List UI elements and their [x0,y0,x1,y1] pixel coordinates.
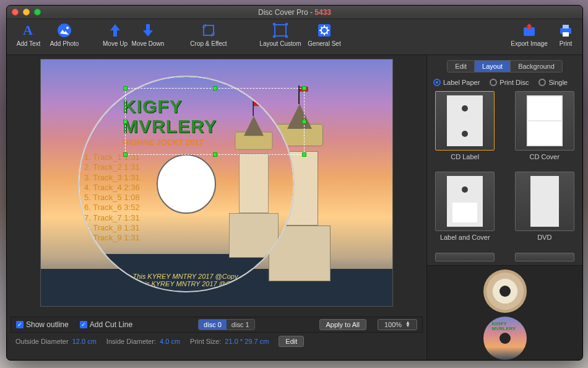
checkbox-on-icon [80,321,87,328]
layout-grid: CD Label CD Cover Label and Cover DVD [427,91,582,265]
radio-off-icon [538,79,546,86]
edit-size-button[interactable]: Edit [279,336,304,347]
outside-diameter-label: Outside Diameter 12.0 cm [15,338,97,345]
svg-rect-6 [285,23,288,25]
print-button[interactable]: Print [553,22,579,47]
show-outline-checkbox[interactable]: Show outline [16,320,69,329]
svg-rect-14 [563,32,569,37]
radio-print-disc[interactable]: Print Disc [490,79,529,86]
radio-single[interactable]: Single [538,79,568,86]
side-panel: Edit Layout Background Label Paper Print… [426,55,582,360]
svg-point-1 [58,24,71,37]
toolbar: A Add Text Add Photo Move Up Move Down C… [7,19,582,55]
svg-text:A: A [23,22,33,38]
app-window: Disc Cover Pro - 5433 A Add Text Add Pho… [6,5,583,361]
resize-handle-se[interactable] [302,152,306,157]
add-photo-button[interactable]: Add Photo [46,22,82,47]
radio-off-icon [490,79,497,86]
export-image-button[interactable]: Export Image [506,22,553,47]
radio-label-paper[interactable]: Label Paper [433,79,480,86]
measurements-bar: Outside Diameter 12.0 cm Inside Diameter… [11,334,423,349]
resize-handle-w[interactable] [123,120,128,124]
inside-diameter-label: Inside Diameter: 4.0 cm [106,338,180,345]
resize-handle-n[interactable] [213,86,217,90]
move-down-button[interactable]: Move Down [129,22,166,47]
general-set-button[interactable]: General Set [304,22,345,47]
tab-layout[interactable]: Layout [475,61,511,72]
disc1-tab[interactable]: disc 1 [227,320,254,330]
svg-rect-8 [285,35,288,38]
preview-disc-2[interactable]: KIGFYMVRLERY [483,317,527,360]
layout-mode-radios: Label Paper Print Disc Single [427,76,582,91]
panel-tabs: Edit Layout Background [447,60,563,72]
tab-edit[interactable]: Edit [447,61,475,72]
arrow-up-icon [106,22,124,39]
add-text-button[interactable]: A Add Text [11,22,46,47]
titlebar: Disc Cover Pro - 5433 [7,6,582,19]
crop-icon [200,22,217,39]
tab-background[interactable]: Background [511,61,562,72]
svg-point-2 [66,27,69,29]
layout-label-and-cover[interactable]: Label and Cover [433,172,497,250]
preview-disc-1[interactable] [483,269,527,313]
layout-cd-label[interactable]: CD Label [433,91,497,169]
add-cut-line-checkbox[interactable]: Add Cut Line [80,320,132,329]
preview-strip: KIGFYMVRLERY [427,265,582,360]
disc-selector[interactable]: disc 0 disc 1 [198,319,255,330]
layout-more-2[interactable] [513,253,577,265]
photo-icon [56,22,73,39]
arrow-down-icon [139,22,157,39]
crop-effect-button[interactable]: Crop & Effect [185,22,232,47]
resize-handle-s[interactable] [213,152,217,157]
svg-rect-3 [204,25,214,35]
layout-custom-button[interactable]: Layout Custom [257,22,304,47]
text-icon: A [20,22,37,39]
disc0-tab[interactable]: disc 0 [199,320,227,330]
resize-handle-e[interactable] [302,120,306,124]
options-bar: Show outline Add Cut Line disc 0 disc 1 … [11,317,423,333]
svg-rect-13 [563,25,569,28]
canvas[interactable]: KIGFYMVRLERY HIGHNE JOCKT 2017 1. Track_… [40,59,393,307]
svg-rect-5 [273,23,275,25]
resize-handle-sw[interactable] [123,152,128,157]
selection-box[interactable] [125,88,305,155]
window-title: Disc Cover Pro - 5433 [7,8,582,17]
layout-dvd[interactable]: DVD [513,172,577,250]
resize-handle-ne[interactable] [302,86,306,90]
chevron-updown-icon: ▲▼ [405,322,410,328]
canvas-area: KIGFYMVRLERY HIGHNE JOCKT 2017 1. Track_… [7,55,426,360]
checkbox-on-icon [16,321,24,328]
printer-icon [557,22,574,39]
apply-to-all-button[interactable]: Apply to All [319,319,366,330]
move-up-button[interactable]: Move Up [101,22,129,47]
layout-icon [272,22,289,39]
export-icon [521,22,538,39]
zoom-select[interactable]: 100% ▲▼ [378,319,417,330]
svg-rect-7 [273,35,275,38]
print-size-label: Print Size: 21.0 * 29.7 cm [190,338,269,345]
disc-hole [157,154,216,214]
layout-more-1[interactable] [433,253,497,265]
gear-icon [316,22,333,39]
svg-rect-4 [275,25,286,36]
layout-cd-cover[interactable]: CD Cover [513,91,577,169]
resize-handle-nw[interactable] [123,86,128,90]
copyright-text[interactable]: This KYREY MNTRY 2017 @Copy . This KYREY… [133,273,240,287]
track-list[interactable]: 1. Track_1 1:312. Track_2 1:313. Track_3… [84,152,140,243]
radio-on-icon [433,79,441,86]
